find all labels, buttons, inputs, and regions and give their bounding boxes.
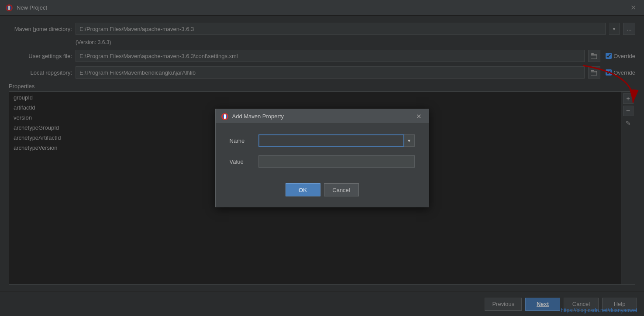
modal-name-wrapper: ▼ bbox=[258, 134, 415, 147]
main-window: New Project ✕ Maven home directory: ▼ … … bbox=[0, 0, 644, 316]
modal-ok-button[interactable]: OK bbox=[286, 183, 320, 196]
modal-title: Add Maven Property bbox=[232, 113, 414, 120]
modal-cancel-button[interactable]: Cancel bbox=[324, 183, 359, 196]
modal-close-button[interactable]: ✕ bbox=[414, 112, 424, 121]
svg-rect-10 bbox=[224, 114, 226, 119]
modal-value-row: Value bbox=[230, 155, 415, 168]
modal-footer: OK Cancel bbox=[216, 178, 429, 207]
modal-name-row: Name ▼ bbox=[230, 134, 415, 147]
modal-name-label: Name bbox=[230, 137, 251, 144]
modal-title-bar: Add Maven Property ✕ bbox=[216, 109, 429, 124]
add-maven-property-dialog: Add Maven Property ✕ Name ▼ Value bbox=[215, 109, 429, 207]
modal-app-icon bbox=[221, 113, 229, 120]
modal-name-input[interactable] bbox=[258, 134, 404, 147]
modal-value-input[interactable] bbox=[258, 155, 415, 168]
modal-value-label: Value bbox=[230, 158, 251, 165]
modal-body: Name ▼ Value bbox=[216, 124, 429, 178]
modal-name-dropdown-btn[interactable]: ▼ bbox=[404, 134, 415, 147]
modal-overlay: Add Maven Property ✕ Name ▼ Value bbox=[0, 0, 644, 316]
